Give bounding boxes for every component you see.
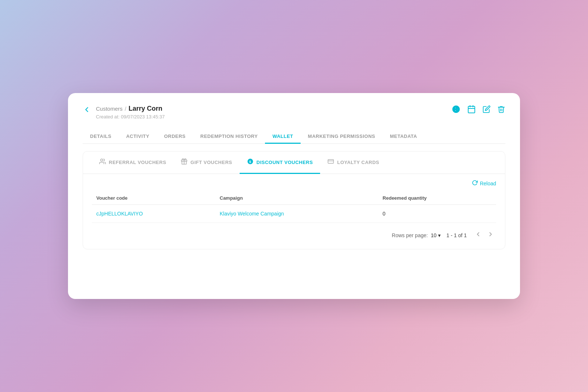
tab-gift-vouchers[interactable]: GIFT VOUCHERS bbox=[173, 152, 239, 174]
analytics-icon[interactable] bbox=[452, 105, 460, 115]
loyalty-icon bbox=[327, 158, 334, 166]
cell-redeemed-qty: 0 bbox=[378, 205, 496, 223]
calendar-icon[interactable] bbox=[467, 105, 476, 115]
tab-metadata[interactable]: METADATA bbox=[383, 130, 424, 144]
header: Customers / Larry Corn Created at: 09/07… bbox=[83, 105, 505, 120]
table-header: Voucher code Campaign Redeemed quantity bbox=[92, 192, 496, 205]
back-button[interactable] bbox=[83, 106, 91, 115]
tab-gift-vouchers-label: GIFT VOUCHERS bbox=[190, 160, 232, 165]
breadcrumb-current: Larry Corn bbox=[129, 105, 162, 113]
discount-icon: $ bbox=[247, 158, 254, 166]
pagination: Rows per page: 10 ▾ 1 - 1 of 1 bbox=[92, 230, 496, 240]
table-body: cJpHELLOKLAVIYO Klaviyo Welcome Campaign… bbox=[92, 205, 496, 223]
wallet-card: REFERRAL VOUCHERS GIFT VOUCHERS bbox=[83, 151, 505, 249]
tab-redemption-history[interactable]: REDEMPTION HISTORY bbox=[193, 130, 265, 144]
svg-point-1 bbox=[455, 108, 457, 110]
breadcrumb: Customers / Larry Corn bbox=[96, 105, 165, 113]
tab-details[interactable]: DETAILS bbox=[83, 130, 119, 144]
referral-icon bbox=[99, 158, 106, 166]
table-row: cJpHELLOKLAVIYO Klaviyo Welcome Campaign… bbox=[92, 205, 496, 223]
next-page-button[interactable] bbox=[485, 230, 496, 240]
table-container: Reload Voucher code Campaign Redeemed qu… bbox=[83, 174, 505, 249]
reload-label: Reload bbox=[480, 181, 496, 186]
svg-rect-11 bbox=[328, 160, 334, 164]
breadcrumb-parent[interactable]: Customers bbox=[96, 106, 123, 112]
col-voucher-code: Voucher code bbox=[92, 192, 215, 205]
main-tabs: DETAILS ACTIVITY ORDERS REDEMPTION HISTO… bbox=[83, 130, 505, 144]
tab-wallet[interactable]: WALLET bbox=[265, 130, 300, 144]
breadcrumb-section: Customers / Larry Corn Created at: 09/07… bbox=[96, 105, 165, 120]
reload-row: Reload bbox=[92, 180, 496, 187]
svg-point-6 bbox=[101, 159, 103, 161]
wallet-tabs: REFERRAL VOUCHERS GIFT VOUCHERS bbox=[83, 152, 505, 174]
tab-marketing-permissions[interactable]: MARKETING PERMISSIONS bbox=[301, 130, 383, 144]
col-redeemed-qty: Redeemed quantity bbox=[378, 192, 496, 205]
col-campaign: Campaign bbox=[215, 192, 378, 205]
tab-orders[interactable]: ORDERS bbox=[157, 130, 193, 144]
reload-icon bbox=[472, 180, 478, 187]
tab-activity[interactable]: ACTIVITY bbox=[119, 130, 157, 144]
tab-referral-vouchers-label: REFERRAL VOUCHERS bbox=[109, 160, 166, 165]
rows-per-page-arrow: ▾ bbox=[438, 232, 441, 238]
campaign-link[interactable]: Klaviyo Welcome Campaign bbox=[220, 211, 284, 217]
svg-text:$: $ bbox=[249, 160, 251, 164]
vouchers-table: Voucher code Campaign Redeemed quantity … bbox=[92, 192, 496, 223]
gift-icon bbox=[181, 158, 187, 166]
rows-per-page-value: 10 bbox=[431, 232, 437, 238]
tab-discount-vouchers-label: DISCOUNT VOUCHERS bbox=[257, 160, 313, 165]
tab-loyalty-cards-label: LOYALTY CARDS bbox=[337, 160, 379, 165]
svg-rect-2 bbox=[468, 106, 475, 113]
delete-icon[interactable] bbox=[497, 105, 505, 115]
voucher-code-link[interactable]: cJpHELLOKLAVIYO bbox=[96, 211, 143, 217]
rows-per-page-select[interactable]: 10 ▾ bbox=[431, 232, 441, 238]
tab-discount-vouchers[interactable]: $ DISCOUNT VOUCHERS bbox=[240, 152, 320, 174]
cell-voucher-code[interactable]: cJpHELLOKLAVIYO bbox=[92, 205, 215, 223]
rows-per-page-label: Rows per page: bbox=[392, 232, 428, 238]
header-left: Customers / Larry Corn Created at: 09/07… bbox=[83, 105, 165, 120]
edit-icon[interactable] bbox=[483, 105, 491, 115]
tab-referral-vouchers[interactable]: REFERRAL VOUCHERS bbox=[92, 152, 173, 174]
cell-campaign[interactable]: Klaviyo Welcome Campaign bbox=[215, 205, 378, 223]
main-card: Customers / Larry Corn Created at: 09/07… bbox=[68, 93, 520, 299]
rows-per-page: Rows per page: 10 ▾ bbox=[392, 232, 441, 238]
created-at: Created at: 09/07/2023 13:45:37 bbox=[96, 114, 165, 120]
header-actions bbox=[452, 105, 505, 115]
tab-loyalty-cards[interactable]: LOYALTY CARDS bbox=[320, 152, 387, 174]
pagination-nav bbox=[473, 230, 496, 240]
pagination-info: 1 - 1 of 1 bbox=[447, 232, 467, 238]
reload-button[interactable]: Reload bbox=[472, 180, 496, 187]
prev-page-button[interactable] bbox=[473, 230, 484, 240]
breadcrumb-separator: / bbox=[125, 106, 126, 112]
